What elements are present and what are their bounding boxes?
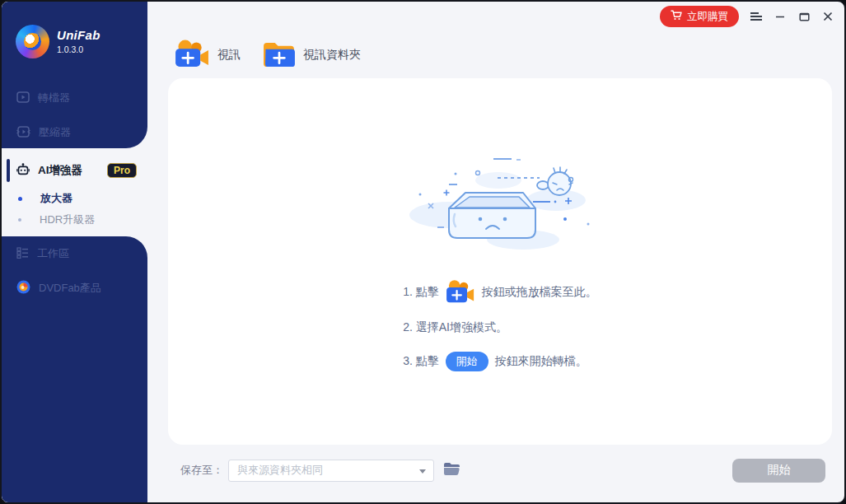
instruction-step-1: 1. 點擊 按鈕或拖放檔案至此。 xyxy=(403,279,597,306)
titlebar: 立即購買 xyxy=(147,2,844,31)
close-icon[interactable] xyxy=(821,10,834,23)
converter-play-icon xyxy=(16,91,30,105)
app-window: UniFab 1.0.3.0 轉檔器 壓縮器 xyxy=(0,0,846,504)
ai-robot-icon xyxy=(16,163,30,179)
instruction-step-3: 3. 點擊 開始 按鈕來開始轉檔。 xyxy=(403,350,597,373)
step2-text: 2. 選擇AI增強模式。 xyxy=(403,320,507,335)
add-video-folder-button[interactable]: 視訊資料夾 xyxy=(262,40,361,71)
app-logo: UniFab 1.0.3.0 xyxy=(2,2,147,81)
browse-folder-icon xyxy=(443,466,460,478)
toolbar: 視訊 視訊資料夾 xyxy=(147,31,844,78)
add-video-button[interactable]: 視訊 xyxy=(175,39,241,71)
save-path-value: 與來源資料夾相同 xyxy=(237,463,323,478)
sidebar-item-hdr-upscaler[interactable]: HDR升級器 xyxy=(2,209,147,231)
sidebar-bottom-section: 工作區 DVDFab產品 xyxy=(2,236,147,502)
app-brand: UniFab xyxy=(57,28,100,42)
sidebar-item-dvdfab-products[interactable]: DVDFab產品 xyxy=(2,271,147,306)
sidebar-item-label: AI增強器 xyxy=(38,163,82,178)
sidebar-item-label: DVDFab產品 xyxy=(39,281,101,296)
minimize-icon[interactable] xyxy=(774,10,787,23)
sidebar-item-label: 工作區 xyxy=(37,246,69,261)
dvdfab-logo-icon xyxy=(16,280,30,296)
instructions: 1. 點擊 按鈕或拖放檔案至此。 2. 選擇AI增強模式。 xyxy=(403,279,597,373)
browse-folder-button[interactable] xyxy=(442,460,462,480)
compressor-icon xyxy=(16,126,30,140)
logo-text: UniFab 1.0.3.0 xyxy=(57,28,100,54)
sidebar-item-workspace[interactable]: 工作區 xyxy=(2,236,147,271)
buy-now-label: 立即購買 xyxy=(687,10,728,24)
add-video-folder-icon xyxy=(262,40,296,71)
sidebar-item-ai-enhancer[interactable]: AI增強器 Pro xyxy=(2,158,147,183)
step3-text-pre: 3. 點擊 xyxy=(403,354,439,369)
cart-icon xyxy=(671,10,682,23)
sidebar-active-section: AI增強器 Pro 放大器 HDR升級器 xyxy=(2,148,147,236)
app-version: 1.0.3.0 xyxy=(57,44,100,54)
add-video-camera-icon xyxy=(175,39,210,71)
dropdown-arrow-icon xyxy=(419,469,426,474)
sidebar-item-label: 轉檔器 xyxy=(38,91,70,105)
maximize-icon[interactable] xyxy=(797,10,811,23)
bullet-icon xyxy=(18,197,22,201)
step1-text-post: 按鈕或拖放檔案至此。 xyxy=(482,285,597,300)
sidebar-item-enlarger[interactable]: 放大器 xyxy=(2,188,147,209)
unifab-logo-icon xyxy=(16,25,49,58)
step1-text-pre: 1. 點擊 xyxy=(403,285,439,300)
inline-start-button[interactable]: 開始 xyxy=(446,352,488,371)
sidebar: UniFab 1.0.3.0 轉檔器 壓縮器 xyxy=(2,2,147,502)
bullet-icon xyxy=(18,218,21,222)
instruction-step-2: 2. 選擇AI增強模式。 xyxy=(403,316,597,339)
add-video-label: 視訊 xyxy=(217,48,241,63)
inline-add-video-icon xyxy=(446,279,475,306)
sidebar-item-label: 放大器 xyxy=(40,191,72,206)
empty-box-illustration xyxy=(401,149,599,268)
add-video-folder-label: 視訊資料夾 xyxy=(303,48,361,63)
sidebar-item-compressor[interactable]: 壓縮器 xyxy=(2,115,147,150)
buy-now-button[interactable]: 立即購買 xyxy=(660,6,739,27)
save-path-dropdown[interactable]: 與來源資料夾相同 xyxy=(228,460,434,482)
sidebar-item-label: 壓縮器 xyxy=(39,125,71,140)
menu-icon[interactable] xyxy=(750,10,763,23)
start-button[interactable]: 開始 xyxy=(732,459,825,483)
save-to-label: 保存至： xyxy=(180,463,223,478)
sidebar-top-section: UniFab 1.0.3.0 轉檔器 壓縮器 xyxy=(2,2,147,148)
step3-text-post: 按鈕來開始轉檔。 xyxy=(495,354,587,369)
sidebar-item-converter[interactable]: 轉檔器 xyxy=(2,81,147,115)
pro-badge: Pro xyxy=(107,163,137,178)
bottom-bar: 保存至： 與來源資料夾相同 開始 xyxy=(147,445,844,502)
workspace-list-icon xyxy=(16,247,29,261)
sidebar-item-label: HDR升級器 xyxy=(40,212,95,227)
main-area: 立即購買 xyxy=(147,2,844,502)
drop-zone-panel[interactable]: 1. 點擊 按鈕或拖放檔案至此。 2. 選擇AI增強模式。 xyxy=(168,78,832,445)
